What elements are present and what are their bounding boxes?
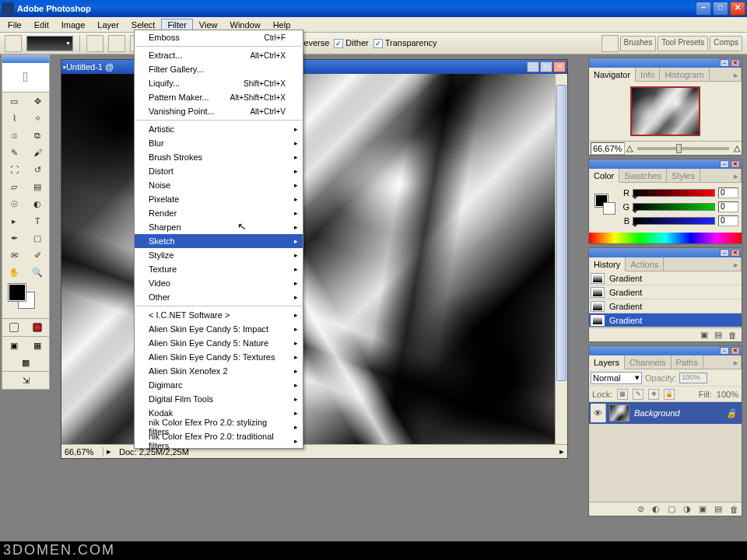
history-item[interactable]: Gradient <box>589 285 742 299</box>
maximize-button[interactable]: □ <box>713 2 728 16</box>
panel-min-button[interactable]: – <box>720 59 729 67</box>
minimize-button[interactable]: – <box>696 2 711 16</box>
tab-histogram[interactable]: Histogram <box>660 68 709 81</box>
pen-tool-icon[interactable]: ✒ <box>2 229 26 247</box>
tab-channels[interactable]: Channels <box>625 355 671 369</box>
lock-all-icon[interactable]: 🔒 <box>664 389 675 400</box>
lasso-tool-icon[interactable]: ⌇ <box>2 110 26 127</box>
menu-item[interactable]: Vanishing Point...Alt+Ctrl+V <box>135 104 303 118</box>
layer-fill-field[interactable]: 100% <box>717 390 738 399</box>
trash-icon[interactable]: 🗑 <box>730 505 738 514</box>
g-slider[interactable] <box>633 203 715 211</box>
adjustment-icon[interactable]: ◑ <box>683 504 691 514</box>
tab-swatches[interactable]: Swatches <box>619 169 667 182</box>
shape-tool-icon[interactable]: ▢ <box>26 229 49 247</box>
menu-item[interactable]: Stylize <box>135 248 303 262</box>
panel-min-button[interactable]: – <box>720 249 729 257</box>
layer-row[interactable]: 👁 Background 🔒 <box>589 402 742 424</box>
crop-tool-icon[interactable]: ⟃ <box>2 127 26 144</box>
menu-item[interactable]: Alien Skin Xenofex 2 <box>135 364 303 378</box>
panel-close-button[interactable]: ✕ <box>731 160 740 168</box>
menu-item[interactable]: Alien Skin Eye Candy 5: Textures <box>135 350 303 364</box>
heal-tool-icon[interactable]: ✎ <box>2 144 26 161</box>
blur-tool-icon[interactable]: ⦾ <box>2 195 26 212</box>
lock-transparent-icon[interactable]: ▦ <box>617 389 628 400</box>
tab-actions[interactable]: Actions <box>626 257 664 271</box>
menu-item[interactable]: Sharpen <box>135 220 303 234</box>
hand-tool-icon[interactable]: ✋ <box>2 264 26 281</box>
menu-item[interactable]: < I.C.NET Software > <box>135 308 303 322</box>
menu-layer[interactable]: Layer <box>91 19 125 31</box>
history-item[interactable]: Gradient <box>589 271 742 285</box>
transparency-checkbox[interactable]: ✓Transparency <box>374 38 437 48</box>
menu-edit[interactable]: Edit <box>28 19 55 31</box>
new-layer-icon[interactable]: ▤ <box>714 504 722 514</box>
panel-close-button[interactable]: ✕ <box>731 249 740 257</box>
history-brush-icon[interactable]: ↺ <box>26 161 49 178</box>
menu-item[interactable]: Extract...Alt+Ctrl+X <box>135 48 303 62</box>
fg-bg-swatch[interactable] <box>5 284 46 315</box>
menu-item[interactable]: Alien Skin Eye Candy 5: Impact <box>135 322 303 336</box>
nav-zoom-field[interactable]: 66,67% <box>591 142 625 155</box>
tool-preset-button[interactable] <box>5 35 22 52</box>
layer-opacity-field[interactable]: 100% <box>679 373 707 383</box>
tab-paths[interactable]: Paths <box>672 355 703 369</box>
b-value[interactable]: 0 <box>718 215 738 226</box>
menu-item[interactable]: Noise <box>135 178 303 192</box>
folder-icon[interactable]: ▣ <box>699 504 707 514</box>
tab-color[interactable]: Color <box>589 169 619 183</box>
blend-mode-select[interactable]: Normal▾ <box>591 372 642 384</box>
b-slider[interactable] <box>633 217 715 225</box>
menu-file[interactable]: File <box>2 19 28 31</box>
gradient-tool-icon[interactable]: ▤ <box>26 178 49 195</box>
type-tool-icon[interactable]: T <box>26 212 49 229</box>
wand-tool-icon[interactable]: ✧ <box>26 110 49 127</box>
doc-close-button[interactable]: ✕ <box>553 61 566 72</box>
menu-item[interactable]: Render <box>135 206 303 220</box>
eraser-tool-icon[interactable]: ▱ <box>2 178 26 195</box>
gradient-linear-icon[interactable] <box>86 35 103 52</box>
r-value[interactable]: 0 <box>718 187 738 198</box>
panel-menu-icon[interactable]: ▸ <box>729 257 742 271</box>
menu-item[interactable]: Texture <box>135 262 303 276</box>
menu-item[interactable]: Alien Skin Eye Candy 5: Nature <box>135 336 303 350</box>
menu-item[interactable]: Liquify...Shift+Ctrl+X <box>135 76 303 90</box>
doc-minimize-button[interactable]: – <box>527 61 539 72</box>
panel-menu-icon[interactable]: ▸ <box>729 68 742 81</box>
move-tool-icon[interactable]: ✥ <box>26 93 49 110</box>
menu-item[interactable]: EmbossCtrl+F <box>135 30 303 44</box>
fx-icon[interactable]: ◐ <box>652 504 660 514</box>
screen-full-icon[interactable]: ▦ <box>26 337 49 354</box>
brushes-tab[interactable]: Brushes <box>620 36 657 51</box>
panel-close-button[interactable]: ✕ <box>731 59 740 67</box>
slice-tool-icon[interactable]: ⧉ <box>26 127 49 144</box>
spectrum-ramp[interactable] <box>589 233 742 243</box>
g-value[interactable]: 0 <box>718 201 738 212</box>
menu-item[interactable]: Video <box>135 276 303 290</box>
vertical-scrollbar[interactable] <box>555 74 567 444</box>
dodge-tool-icon[interactable]: ◐ <box>26 195 49 212</box>
jump-to-icon[interactable]: ⇲ <box>2 372 49 389</box>
history-item[interactable]: Gradient <box>589 299 742 313</box>
palette-well-icon[interactable] <box>601 35 619 52</box>
menu-item[interactable]: nik Color Efex Pro 2.0: traditional filt… <box>135 434 303 448</box>
history-item[interactable]: Gradient <box>589 313 742 327</box>
color-fgbg-swatch[interactable] <box>595 194 617 219</box>
menu-item[interactable]: Distort <box>135 164 303 178</box>
zoom-out-icon[interactable]: △ <box>626 143 633 153</box>
menu-item[interactable]: Sketch <box>135 234 303 248</box>
gradient-radial-icon[interactable] <box>108 35 125 52</box>
panel-menu-icon[interactable]: ▸ <box>729 169 742 182</box>
tab-navigator[interactable]: Navigator <box>589 68 636 82</box>
link-icon[interactable]: ⊘ <box>637 504 644 514</box>
r-slider[interactable] <box>633 189 715 197</box>
menu-item[interactable]: Artistic <box>135 122 303 136</box>
close-button[interactable]: ✕ <box>730 2 745 16</box>
nav-zoom-slider[interactable] <box>637 147 729 150</box>
path-select-icon[interactable]: ▸ <box>2 212 26 229</box>
panel-menu-icon[interactable]: ▸ <box>729 355 742 369</box>
trash-icon[interactable]: 🗑 <box>728 331 737 340</box>
tab-history[interactable]: History <box>589 257 626 271</box>
menu-item[interactable]: Filter Gallery... <box>135 62 303 76</box>
panel-close-button[interactable]: ✕ <box>731 347 740 355</box>
